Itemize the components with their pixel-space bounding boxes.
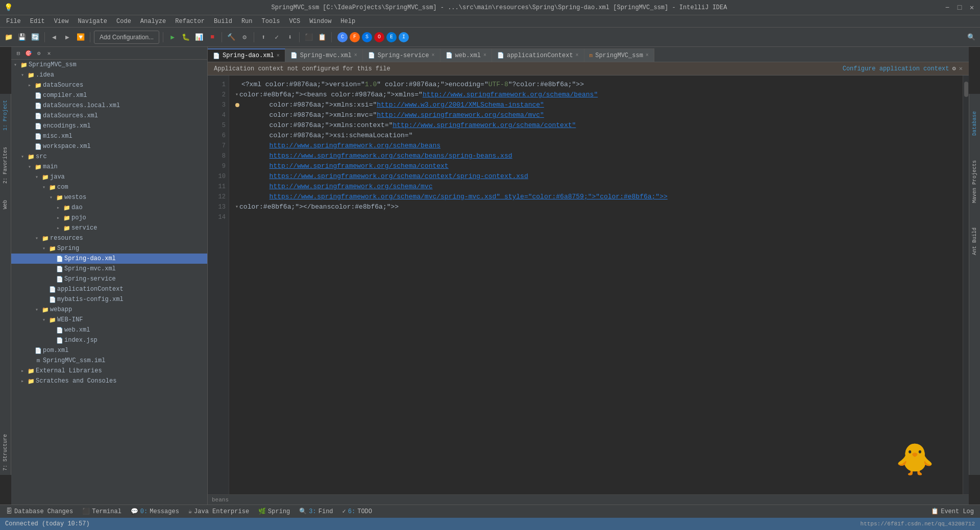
code-line-7[interactable]: http://www.springframework.org/schema/be…	[235, 141, 963, 151]
tree-item-src[interactable]: ▾📁src	[11, 152, 207, 162]
tree-item-westos[interactable]: ▾📁westos	[11, 192, 207, 203]
settings-icon[interactable]: ⚙	[35, 49, 43, 57]
tab-close-appcontext-tab[interactable]: ×	[576, 53, 579, 58]
tree-item-ext-libs[interactable]: ▸📁External Libraries	[11, 366, 207, 376]
tree-item-project-root[interactable]: ▾📁SpringMVC_ssm	[11, 60, 207, 70]
minimize-button[interactable]: −	[943, 4, 951, 12]
bottom-tab-find[interactable]: 🔍3:Find	[296, 507, 336, 516]
menu-item-run[interactable]: Run	[237, 17, 257, 26]
configure-link[interactable]: Configure application context	[843, 65, 949, 72]
tree-item-pom[interactable]: 📄pom.xml	[11, 345, 207, 356]
menu-item-file[interactable]: File	[2, 17, 25, 26]
tab-close-spring-service-tab[interactable]: ×	[432, 53, 435, 58]
tab-close-spring-dao-tab[interactable]: ×	[277, 53, 280, 59]
code-line-10[interactable]: https://www.springframework.org/schema/c…	[235, 171, 963, 182]
ant-sidebar-tab[interactable]: Ant Build	[971, 225, 978, 257]
tree-item-spring[interactable]: ▾📁Spring	[11, 243, 207, 254]
tree-item-scratches[interactable]: ▸📁Scratches and Consoles	[11, 376, 207, 386]
code-line-11[interactable]: http://www.springframework.org/schema/mv…	[235, 182, 963, 192]
tree-item-dao[interactable]: ▸📁dao	[11, 203, 207, 213]
tab-close-spring-mvc-tab[interactable]: ×	[354, 53, 357, 58]
tree-item-datasources-xml[interactable]: 📄dataSources.xml	[11, 111, 207, 121]
menu-item-analyze[interactable]: Analyze	[136, 17, 170, 26]
menu-item-build[interactable]: Build	[210, 17, 236, 26]
fold-arrow-13[interactable]: ▾	[235, 202, 238, 212]
menu-item-view[interactable]: View	[50, 17, 73, 26]
code-line-5[interactable]: color:#9876aa;">xmlns:context="http://ww…	[235, 120, 963, 131]
forward-button[interactable]: ▶	[62, 32, 73, 43]
tree-item-encodings[interactable]: 📄encodings.xml	[11, 121, 207, 131]
project-sidebar-tab[interactable]: 1: Project	[2, 98, 9, 133]
database-sidebar-tab[interactable]: Database	[971, 109, 978, 138]
code-line-1[interactable]: <?xml color:#9876aa;">version="1.0" colo…	[235, 80, 963, 90]
chrome-icon[interactable]: C	[337, 32, 348, 42]
bottom-tab-todo[interactable]: ✓6:TODO	[339, 507, 375, 516]
tree-item-springmvc-iml[interactable]: mSpringMVC_ssm.iml	[11, 356, 207, 366]
settings-icon[interactable]: ⚙	[952, 65, 956, 72]
tree-item-main[interactable]: ▾📁main	[11, 162, 207, 172]
tab-web-xml-tab[interactable]: 📄web.xml×	[440, 48, 492, 62]
project-icon[interactable]: 📁	[3, 32, 14, 43]
tab-spring-service-tab[interactable]: 📄Spring-service×	[363, 48, 440, 62]
event-log-tab[interactable]: 📋 Event Log	[928, 507, 977, 516]
code-line-12[interactable]: https://www.springframework.org/schema/m…	[235, 192, 963, 202]
safari-icon[interactable]: S	[362, 32, 372, 42]
code-content[interactable]: <?xml color:#9876aa;">version="1.0" colo…	[229, 75, 963, 494]
save-button[interactable]: 💾	[16, 32, 28, 43]
menu-item-refactor[interactable]: Refactor	[171, 17, 209, 26]
menu-item-window[interactable]: Window	[305, 17, 335, 26]
menu-item-edit[interactable]: Edit	[26, 17, 49, 26]
opera-icon[interactable]: O	[374, 32, 384, 42]
bottom-tab-java-enterprise[interactable]: ☕Java Enterprise	[185, 507, 252, 516]
tree-item-spring-dao[interactable]: 📄Spring-dao.xml	[11, 254, 207, 264]
structure-sidebar-tab[interactable]: 7: Structure	[2, 432, 9, 473]
tree-item-resources[interactable]: ▾📁resources	[11, 233, 207, 243]
vcs-update[interactable]: ⬆	[258, 32, 269, 43]
bottom-tab-spring[interactable]: 🌿Spring	[255, 507, 293, 516]
terminal-button[interactable]: ⬛	[303, 32, 314, 43]
code-line-14[interactable]	[235, 212, 963, 222]
vcs-commit[interactable]: ✓	[271, 32, 282, 43]
tree-item-workspace[interactable]: 📄workspace.xml	[11, 141, 207, 152]
settings-button[interactable]: ⚙	[239, 32, 250, 43]
menu-item-navigate[interactable]: Navigate	[74, 17, 111, 26]
add-configuration-button[interactable]: Add Configuration...	[94, 31, 159, 44]
favorites-sidebar-tab[interactable]: 2: Favorites	[2, 145, 9, 186]
firefox-icon[interactable]: F	[350, 32, 360, 42]
debug-button[interactable]: 🐛	[180, 32, 191, 43]
back-button[interactable]: ◀	[48, 32, 60, 43]
tree-item-compiler[interactable]: 📄compiler.xml	[11, 90, 207, 100]
vcs-push[interactable]: ⬇	[284, 32, 296, 43]
menu-item-help[interactable]: Help	[336, 17, 359, 26]
fold-arrow-2[interactable]: ▾	[235, 90, 238, 100]
code-line-3[interactable]: color:#9876aa;">xmlns:xsi="http://www.w3…	[235, 100, 963, 110]
tree-item-datasources[interactable]: ▸📁dataSources	[11, 80, 207, 90]
code-line-13[interactable]: ▾color:#e8bf6a;"></beanscolor:#e8bf6a;">…	[235, 202, 963, 212]
menu-item-code[interactable]: Code	[112, 17, 135, 26]
run-button[interactable]: ▶	[167, 32, 178, 43]
bottom-tab-messages[interactable]: 💬0:Messages	[128, 507, 182, 516]
build-button[interactable]: 🔨	[226, 32, 237, 43]
sync-button[interactable]: 🔄	[30, 32, 41, 43]
close-warning-button[interactable]: ✕	[959, 65, 963, 72]
code-line-4[interactable]: color:#9876aa;">xmlns:mvc="http://www.sp…	[235, 110, 963, 120]
browser-extra-icon[interactable]: I	[399, 32, 409, 42]
tab-close-springmvc-ssm-tab[interactable]: ×	[646, 53, 649, 58]
bottom-tab-database-changes[interactable]: 🗄Database Changes	[3, 507, 76, 516]
edge-icon[interactable]: E	[386, 32, 397, 42]
tree-item-pojo[interactable]: ▸📁pojo	[11, 213, 207, 223]
tree-item-appcontext[interactable]: 📄applicationContext	[11, 284, 207, 294]
menu-item-vcs[interactable]: VCS	[285, 17, 305, 26]
tab-appcontext-tab[interactable]: 📄applicationContext×	[492, 48, 584, 62]
tab-spring-dao-tab[interactable]: 📄Spring-dao.xml×	[208, 48, 285, 62]
tree-item-misc[interactable]: 📄misc.xml	[11, 131, 207, 141]
structure-button[interactable]: 📋	[316, 32, 328, 43]
tree-item-datasources-local[interactable]: 📄dataSources.local.xml	[11, 100, 207, 111]
close-panel-button[interactable]: ✕	[45, 49, 53, 57]
scrollbar[interactable]	[963, 75, 969, 494]
tree-item-idea[interactable]: ▾📁.idea	[11, 70, 207, 80]
code-line-6[interactable]: color:#9876aa;">xsi:schemaLocation="	[235, 131, 963, 141]
tree-item-webapp[interactable]: ▾📁webapp	[11, 305, 207, 315]
search-everywhere-button[interactable]: 🔍	[966, 32, 977, 43]
code-line-2[interactable]: ▾color:#e8bf6a;"><beans color:#9876aa;">…	[235, 90, 963, 100]
